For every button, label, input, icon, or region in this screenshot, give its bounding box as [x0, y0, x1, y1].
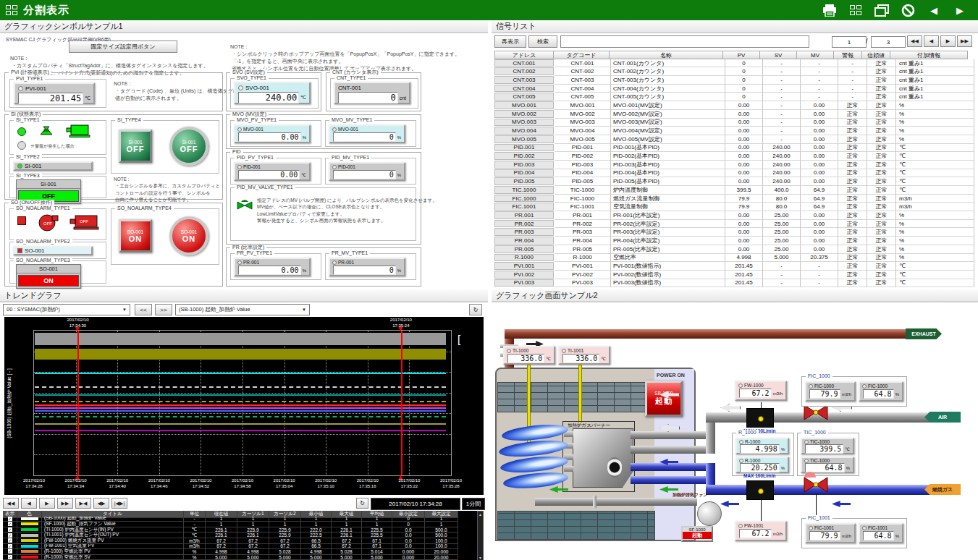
mvo-mv-display[interactable]: MVO-001 0%	[329, 124, 405, 143]
signal-row[interactable]: CNT.002CNT-002CNT-002(カウンタ)0---正常cnt 重み1	[494, 67, 975, 76]
si-round-button[interactable]: SI-001 OFF	[169, 127, 208, 166]
column-header[interactable]: 名称	[609, 51, 723, 59]
trend-nav-button-5[interactable]: ◀▶	[93, 498, 109, 509]
signal-row[interactable]: PVI.003PVI-003PVI-003(数値指示)201.45--正常正常℃	[494, 279, 975, 288]
signal-row[interactable]: MVO.001MVO-001MVO-001(MV設定)0.00-0.00正常正常…	[494, 101, 975, 110]
signal-row[interactable]: PR.001PR-001PR-001(比率設定)0.0025.000.00正常正…	[494, 211, 975, 220]
sb1000-start-button[interactable]: SB-1000 起動	[645, 381, 683, 417]
signal-row[interactable]: FIC.1000FIC-1000燃焼ガス流量制御79.980.064.9正常正常…	[494, 195, 975, 203]
signal-row[interactable]: PID.005PID-005PID-005(基本PID)0.00240.000.…	[494, 177, 975, 186]
back-icon[interactable]: ◀	[926, 4, 942, 17]
column-header[interactable]: 警報	[833, 51, 862, 59]
forward-icon[interactable]: ▶	[952, 4, 968, 17]
column-header[interactable]: 付加情報	[890, 51, 968, 59]
trend-nav-button-4[interactable]: ▶◀	[75, 498, 91, 509]
so-round-button[interactable]: SO-001 ON	[169, 216, 208, 255]
legend-visible-checkbox[interactable]: ✓	[3, 555, 17, 560]
signal-row[interactable]: CNT.004CNT-004CNT-004(カウンタ)0---正常cnt 重み1	[494, 85, 975, 93]
column-header[interactable]: PV	[722, 51, 760, 59]
fic1001-mv-display[interactable]: FIC-1001 64.8%	[859, 523, 903, 543]
trend-nav-button-1[interactable]: ◀	[21, 498, 37, 509]
signal-row[interactable]: MVO.003MVO-003MVO-003(MV設定)0.00-0.00正常正常…	[494, 119, 975, 127]
si-type2-button[interactable]: SI-001	[13, 161, 93, 171]
page-current-input[interactable]	[832, 36, 867, 48]
gas-valve-icon[interactable]	[803, 476, 829, 496]
column-header[interactable]: MV	[796, 51, 834, 59]
fw1000-display[interactable]: FW-1000 67.2m3/h	[735, 381, 787, 401]
tic1000-mv-display[interactable]: TIC-1000 64.8%	[801, 457, 854, 473]
signal-row[interactable]: MVO.005MVO-005MVO-005(MV設定)0.00-0.00正常正常…	[494, 135, 975, 144]
fic1000-flow-display[interactable]: FIC-1000 79.9m3/h	[805, 381, 856, 402]
fic1000-mv-display[interactable]: FIC-1000 64.8%	[859, 381, 903, 402]
pen-prev-button[interactable]: <<	[135, 304, 152, 315]
legend-visible-checkbox[interactable]: ✓	[3, 544, 17, 550]
pen-select[interactable]: (SB-1000) 起動_加熱炉 Value▼	[175, 304, 310, 315]
pr-pv-display[interactable]: PR-001 0.00%	[234, 258, 311, 276]
plot-area[interactable]: ▼▲▼▲	[33, 330, 452, 476]
redisplay-button[interactable]: 再表示	[494, 35, 526, 48]
signal-row[interactable]: PR.003PR-003PR-003(比率設定)0.0025.000.00正常正…	[494, 228, 975, 237]
signal-row[interactable]: PR.002PR-002PR-002(比率設定)0.0025.000.00正常正…	[494, 220, 975, 229]
signal-row[interactable]: PID.003PID-003PID-003(基本PID)0.00240.000.…	[494, 161, 975, 169]
page-nav-button-1[interactable]: ◀	[924, 35, 939, 47]
so-square-button[interactable]: SO-001 ON	[119, 219, 152, 253]
signal-row[interactable]: R.1000R-1000空燃比率4.9985.00020.375正常正常%	[494, 254, 975, 263]
page-nav-button-2[interactable]: ▶	[940, 35, 956, 47]
pid-mv-display[interactable]: PID-001 0%	[329, 162, 405, 181]
signal-row[interactable]: CNT.005CNT-005CNT-005(カウンタ)0---正常cnt 重み1	[494, 93, 975, 101]
pen-next-button[interactable]: >>	[155, 304, 172, 315]
split-layout-icon[interactable]	[848, 4, 864, 17]
legend-visible-checkbox[interactable]: ✓	[3, 517, 17, 522]
legend-visible-checkbox[interactable]: ✓	[3, 527, 17, 533]
signal-row[interactable]: PVI.002PVI-002PVI-002(数値指示)201.45--正常正常℃	[494, 271, 975, 279]
ti1001-display[interactable]: TI-1001 336.0℃	[558, 346, 610, 365]
legend-visible-checkbox[interactable]: ✓	[3, 538, 17, 544]
cursor-line[interactable]	[401, 331, 402, 475]
column-header[interactable]: SV	[759, 51, 797, 59]
page-nav-button-0[interactable]: ◀◀	[907, 35, 922, 47]
signal-row[interactable]: PID.004PID-004PID-004(基本PID)0.00240.000.…	[494, 169, 975, 178]
column-header[interactable]: アドレス	[494, 51, 554, 59]
so-lamp-icon[interactable]	[17, 216, 26, 225]
pvi-display[interactable]: PVI-001 201.45℃	[14, 82, 95, 104]
fixed-size-button[interactable]: 固定サイズ設定用ボタン	[69, 41, 177, 53]
trend-nav-button-3[interactable]: ▶▶	[57, 498, 73, 509]
motor-red-icon[interactable]: OFF	[68, 213, 100, 235]
pid-pv-display[interactable]: PID-001 0.00℃	[234, 162, 311, 181]
signal-row[interactable]: CNT.001CNT-001CNT-001(カウンタ)0---正常cnt 重み1	[494, 59, 975, 68]
legend-visible-checkbox[interactable]: ✓	[3, 549, 17, 555]
signal-row[interactable]: PR.005PR-005PR-005(比率設定)0.0025.000.00正常正…	[494, 245, 975, 254]
prohibit-icon[interactable]	[900, 4, 916, 17]
so-type2-button[interactable]: SO-001	[13, 246, 93, 255]
tic1000-pv-display[interactable]: TIC-1000 399.5℃	[801, 438, 854, 454]
search-button[interactable]: 検索	[528, 35, 557, 48]
signal-row[interactable]: PVI.001PVI-001PVI-001(数値指示)201.45--正常正常℃	[494, 262, 975, 271]
pr-mv-display[interactable]: PR-001 0%	[329, 258, 405, 276]
page-total-input[interactable]	[871, 36, 906, 48]
fan-red-icon[interactable]: OFF	[35, 212, 59, 237]
trend-nav-button-6[interactable]: |◀▶|	[111, 498, 127, 509]
signal-row[interactable]: MVO.004MVO-004MVO-004(MV設定)0.00-0.00正常正常…	[494, 127, 975, 135]
windows-icon[interactable]	[874, 4, 890, 17]
legend-visible-checkbox[interactable]: ✓	[3, 533, 17, 538]
trend-refresh-button[interactable]: ↻	[356, 498, 368, 509]
legend-visible-checkbox[interactable]: ✓	[3, 522, 17, 527]
column-header[interactable]: タグコード	[553, 51, 610, 59]
fic1001-flow-display[interactable]: FIC-1001 79.9m3/h	[805, 523, 856, 543]
signal-row[interactable]: PID.002PID-002PID-002(基本PID)0.00240.000.…	[494, 152, 975, 161]
signal-row[interactable]: TIC.1000TIC-1000炉内温度制御399.5400.064.9正常正常…	[494, 186, 975, 195]
signal-row[interactable]: FIC.1001FIC-1001空気流量制御79.980.064.9正常正常m3…	[494, 203, 975, 211]
refresh-button[interactable]: ↻	[469, 304, 482, 315]
legend-scrollbar[interactable]: ▲ ▼	[477, 511, 484, 560]
svo-display[interactable]: SVO-001 240.00℃	[234, 82, 311, 104]
signal-row[interactable]: PR.004PR-004PR-004(比率設定)0.0025.000.00正常正…	[494, 237, 975, 245]
air-valve-icon[interactable]	[803, 404, 829, 424]
page-nav-button-3[interactable]: ▶▶	[957, 35, 972, 47]
signal-row[interactable]: PID.001PID-001PID-001(基本PID)0.00240.000.…	[494, 144, 975, 153]
trend-nav-button-2[interactable]: ▶	[39, 498, 55, 509]
fw1001-display[interactable]: FW-1001 67.2m3/h	[735, 521, 787, 541]
trend-nav-button-0[interactable]: ◀◀	[3, 498, 19, 509]
signal-row[interactable]: CNT.003CNT-003CNT-003(カウンタ)0---正常cnt 重み1	[494, 76, 975, 85]
r1000-pv-display[interactable]: R-1000 4.998%	[735, 438, 789, 454]
cnt-display[interactable]: CNT-001 0cnt	[334, 82, 410, 104]
